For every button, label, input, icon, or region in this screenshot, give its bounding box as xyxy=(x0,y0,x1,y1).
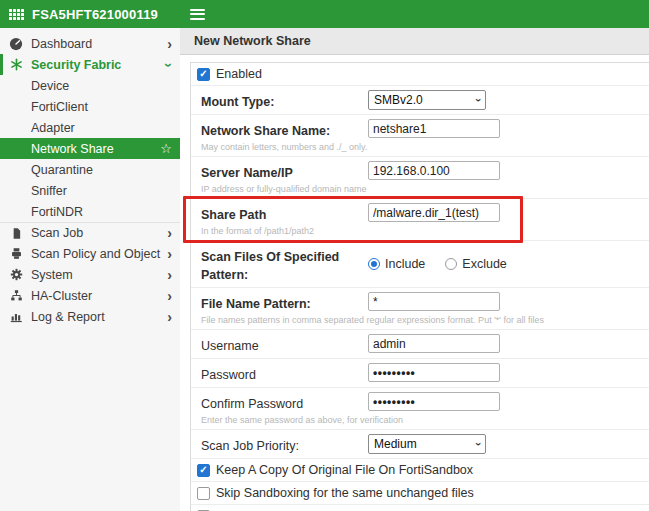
star-icon[interactable]: ☆ xyxy=(160,141,172,156)
skip-sandboxing-label: Skip Sandboxing for the same unchanged f… xyxy=(216,486,474,500)
scan-job-priority-label: Scan Job Priority: xyxy=(201,439,299,453)
sidebar-item-quarantine[interactable]: Quarantine xyxy=(0,159,180,180)
sidebar: Dashboard › Security Fabric › Device For… xyxy=(0,28,180,511)
form-row-quarantine-malicious: Enable Quarantine of Malicious files xyxy=(191,505,649,511)
server-name-ip-label: Server Name/IP xyxy=(201,166,293,180)
form-row-mount-type: Mount Type: SMBv2.0 › xyxy=(191,86,649,115)
include-radio-label: Include xyxy=(385,257,425,271)
select-chevron-icon: › xyxy=(473,442,485,446)
sidebar-item-system[interactable]: System › xyxy=(0,264,180,285)
sidebar-item-fortindr[interactable]: FortiNDR xyxy=(0,201,180,222)
sidebar-item-sniffer[interactable]: Sniffer xyxy=(0,180,180,201)
form-row-share-path: Share Path In the format of /path1/path2 xyxy=(191,199,649,241)
sidebar-item-dashboard[interactable]: Dashboard › xyxy=(0,33,180,54)
chevron-right-icon: › xyxy=(167,289,172,303)
top-bar: FSA5HFT621000119 xyxy=(0,0,649,28)
share-path-input[interactable] xyxy=(368,203,500,222)
sidebar-item-scan-job[interactable]: Scan Job › xyxy=(0,222,180,243)
file-name-pattern-label: File Name Pattern: xyxy=(201,297,311,311)
share-path-label: Share Path xyxy=(201,208,266,222)
bar-chart-icon xyxy=(8,310,24,323)
main-content: New Network Share Enabled Mount Type: SM… xyxy=(180,28,649,511)
enabled-checkbox[interactable] xyxy=(197,68,210,81)
sidebar-item-adapter[interactable]: Adapter xyxy=(0,117,180,138)
server-name-ip-input[interactable] xyxy=(368,161,500,180)
form-row-enabled: Enabled xyxy=(191,63,649,86)
network-share-form: Enabled Mount Type: SMBv2.0 › Netwo xyxy=(180,55,649,511)
include-radio-option[interactable]: Include xyxy=(368,257,425,271)
mount-type-label: Mount Type: xyxy=(201,95,274,109)
chevron-right-icon: › xyxy=(167,37,172,51)
scan-job-priority-value: Medium xyxy=(374,437,417,451)
confirm-password-label: Confirm Password xyxy=(201,397,303,411)
keep-copy-label: Keep A Copy Of Original File On FortiSan… xyxy=(216,463,473,477)
chevron-right-icon: › xyxy=(167,226,172,240)
network-share-name-label: Network Share Name: xyxy=(201,124,330,138)
form-row-skip-sandboxing: Skip Sandboxing for the same unchanged f… xyxy=(191,482,649,505)
chevron-right-icon: › xyxy=(167,310,172,324)
form-row-confirm-password: Confirm Password Enter the same password… xyxy=(191,388,649,430)
exclude-radio-label: Exclude xyxy=(462,257,506,271)
gauge-icon xyxy=(8,37,24,51)
share-path-hint: In the format of /path1/path2 xyxy=(201,226,368,236)
form-panel: Enabled Mount Type: SMBv2.0 › Netwo xyxy=(190,62,649,511)
gear-icon xyxy=(8,268,24,281)
file-name-pattern-hint: File names patterns in comma separated r… xyxy=(201,315,368,325)
sidebar-item-network-share[interactable]: Network Share ☆ xyxy=(0,138,180,159)
include-radio[interactable] xyxy=(368,258,380,270)
username-label: Username xyxy=(201,339,259,353)
page-title: New Network Share xyxy=(180,28,649,55)
form-row-password: Password xyxy=(191,359,649,388)
fabric-asterisk-icon xyxy=(8,58,24,71)
device-name: FSA5HFT621000119 xyxy=(32,7,158,22)
mount-type-select[interactable]: SMBv2.0 › xyxy=(368,90,486,110)
file-icon xyxy=(8,227,24,240)
chevron-right-icon: › xyxy=(167,247,172,261)
username-input[interactable] xyxy=(368,334,500,353)
confirm-password-hint: Enter the same password as above, for ve… xyxy=(201,415,368,425)
confirm-password-input[interactable] xyxy=(368,392,500,411)
sidebar-item-scan-policy-and-object[interactable]: Scan Policy and Object › xyxy=(0,243,180,264)
enabled-label: Enabled xyxy=(216,67,262,81)
exclude-radio-option[interactable]: Exclude xyxy=(445,257,506,271)
exclude-radio[interactable] xyxy=(445,258,457,270)
server-name-ip-hint: IP address or fully-qualified domain nam… xyxy=(201,184,368,194)
scan-job-priority-select[interactable]: Medium › xyxy=(368,434,486,454)
cluster-tree-icon xyxy=(8,289,24,302)
network-share-name-input[interactable] xyxy=(368,119,500,138)
printer-icon xyxy=(8,247,24,260)
form-row-username: Username xyxy=(191,330,649,359)
sidebar-item-log-and-report[interactable]: Log & Report › xyxy=(0,306,180,327)
sidebar-item-device[interactable]: Device xyxy=(0,75,180,96)
topbar-device-section: FSA5HFT621000119 xyxy=(0,7,180,22)
mount-type-value: SMBv2.0 xyxy=(374,93,423,107)
sidebar-item-ha-cluster[interactable]: HA-Cluster › xyxy=(0,285,180,306)
form-row-file-name-pattern: File Name Pattern: File names patterns i… xyxy=(191,288,649,330)
sidebar-item-forticlient[interactable]: FortiClient xyxy=(0,96,180,117)
skip-sandboxing-checkbox[interactable] xyxy=(197,487,210,500)
form-row-scan-pattern-mode: Scan Files Of Specified Pattern: Include… xyxy=(191,241,649,288)
grid-logo-icon xyxy=(9,9,24,20)
file-name-pattern-input[interactable] xyxy=(368,292,500,311)
form-row-scan-job-priority: Scan Job Priority: Medium › xyxy=(191,430,649,459)
scan-pattern-mode-label: Scan Files Of Specified Pattern: xyxy=(201,250,339,282)
password-label: Password xyxy=(201,368,256,382)
form-row-server-name-ip: Server Name/IP IP address or fully-quali… xyxy=(191,157,649,199)
sidebar-item-security-fabric[interactable]: Security Fabric › xyxy=(0,54,180,75)
network-share-name-hint: May contain letters, numbers and ./_ onl… xyxy=(201,142,368,152)
form-row-network-share-name: Network Share Name: May contain letters,… xyxy=(191,115,649,157)
chevron-down-icon: › xyxy=(163,62,177,67)
chevron-right-icon: › xyxy=(167,268,172,282)
form-row-keep-copy: Keep A Copy Of Original File On FortiSan… xyxy=(191,459,649,482)
password-input[interactable] xyxy=(368,363,500,382)
select-chevron-icon: › xyxy=(473,98,485,102)
hamburger-menu-icon[interactable] xyxy=(190,6,205,22)
keep-copy-checkbox[interactable] xyxy=(197,464,210,477)
